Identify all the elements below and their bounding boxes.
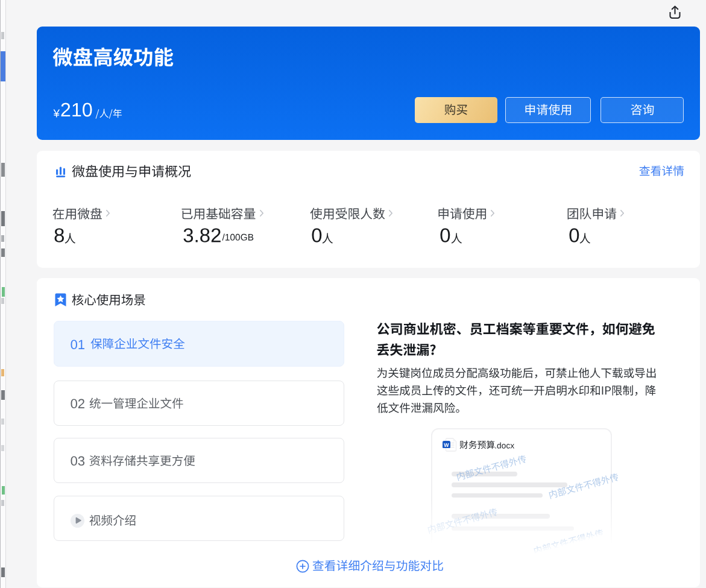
svg-text:W: W — [444, 441, 450, 447]
